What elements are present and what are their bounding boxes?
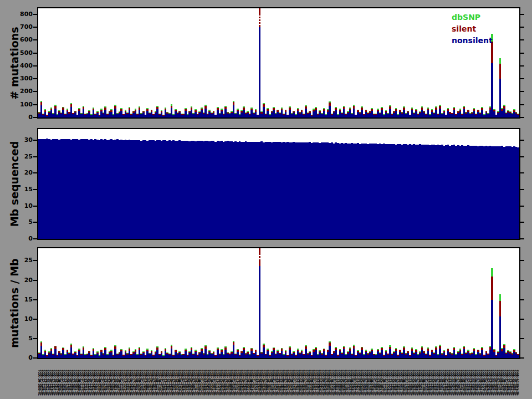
y-tick-left [33, 319, 37, 320]
bar-segment-dbsnp [499, 58, 501, 64]
y-tick-left [33, 27, 37, 28]
panel-mutation-rate: 0510152025 [37, 247, 520, 359]
panel-mutation-counts: dbSNP silent nonsilent 01002003004005006… [37, 7, 520, 119]
y-tick-left [33, 189, 37, 190]
axis-break-mark [258, 21, 261, 22]
y-tick-label: 200 [12, 88, 33, 95]
y-tick-right [520, 260, 524, 261]
legend-label-dbsnp: dbSNP [452, 13, 480, 22]
y-tick-label: 20 [12, 277, 33, 284]
y-tick-left [33, 238, 37, 239]
axis-break-mark [258, 18, 261, 19]
y-tick-label: 25 [12, 154, 33, 160]
y-tick-right [520, 299, 524, 300]
bar-segment-silent [259, 248, 260, 266]
y-tick-right [520, 338, 524, 339]
x-axis-sample-labels: TCGA-10-1000-01TCGA-11-1053-01TCGA-12-11… [38, 370, 519, 399]
bar-segment-dbsnp [499, 294, 501, 300]
y-tick-left [33, 280, 37, 281]
y-tick-right [520, 39, 524, 40]
y-tick-label: 800 [12, 11, 33, 18]
legend: dbSNP silent nonsilent [452, 12, 493, 47]
bar [517, 354, 519, 358]
sample-label: TCGA-77-4671-01 [516, 370, 519, 396]
bar [259, 248, 260, 358]
y-tick-label: 10 [12, 203, 33, 209]
bar-segment-dbsnp [491, 268, 493, 277]
y-tick-left [33, 91, 37, 92]
y-tick-label: 15 [12, 186, 33, 193]
y-tick-left [33, 172, 37, 173]
y-tick-label: 0 [12, 114, 33, 121]
y-tick-right [520, 189, 524, 190]
y-tick-right [520, 78, 524, 79]
axis-break-mark [258, 16, 261, 17]
y-tick-right [520, 280, 524, 281]
panel-mb-sequenced: 051015202530 [37, 128, 520, 240]
y-tick-right [520, 357, 524, 359]
y-axis-title-mutation-rate: mutations / Mb [8, 258, 21, 347]
y-tick-right [520, 238, 524, 239]
y-tick-right [520, 65, 524, 66]
y-tick-left [33, 156, 37, 157]
y-tick-left [33, 140, 37, 141]
y-tick-left [33, 104, 37, 105]
bar [517, 147, 519, 239]
y-tick-right [520, 53, 524, 54]
y-tick-right [520, 104, 524, 105]
y-tick-label: 10 [12, 316, 33, 323]
legend-label-nonsilent: nonsilent [452, 36, 493, 45]
bar-segment-nonsilent [259, 27, 260, 117]
y-tick-label: 5 [12, 335, 33, 342]
y-tick-right [520, 91, 524, 92]
legend-item-dbsnp: dbSNP [452, 12, 493, 23]
bar-segment-silent [491, 277, 493, 300]
y-tick-right [520, 206, 524, 207]
y-tick-right [520, 319, 524, 320]
bars-mb-sequenced [38, 129, 519, 239]
plot-area-mutation-rate: 0510152025 [38, 248, 519, 358]
bar-segment-silent [499, 301, 501, 317]
y-tick-label: 300 [12, 75, 33, 82]
y-tick-label: 0 [12, 236, 33, 242]
y-tick-label: 600 [12, 37, 33, 43]
y-tick-left [33, 260, 37, 261]
bar-segment-nonsilent [517, 115, 519, 117]
y-tick-label: 400 [12, 63, 33, 69]
axis-break-mark [258, 255, 261, 256]
bar-segment-nonsilent [517, 355, 519, 358]
y-tick-left [33, 65, 37, 66]
y-tick-right [520, 172, 524, 173]
legend-item-silent: silent [452, 23, 493, 35]
y-tick-right [520, 140, 524, 141]
y-tick-right [520, 117, 524, 118]
y-tick-right [520, 27, 524, 28]
y-tick-left [33, 53, 37, 54]
y-tick-label: 30 [12, 137, 33, 144]
y-tick-label: 100 [12, 101, 33, 108]
y-tick-left [33, 117, 37, 118]
bar [491, 268, 493, 358]
axis-break-mark [258, 24, 261, 25]
y-tick-label: 25 [12, 257, 33, 264]
legend-item-nonsilent: nonsilent [452, 35, 493, 47]
bar-segment-mb-sequenced [517, 147, 519, 239]
plot-area-mutation-counts: dbSNP silent nonsilent 01002003004005006… [38, 8, 519, 117]
bar-segment-nonsilent [259, 266, 260, 358]
bar [517, 114, 519, 117]
y-tick-label: 0 [12, 355, 33, 361]
y-tick-label: 500 [12, 50, 33, 57]
y-tick-left [33, 39, 37, 40]
bars-mutation-counts [38, 8, 519, 117]
y-tick-left [33, 299, 37, 300]
y-tick-left [33, 78, 37, 79]
y-tick-left [33, 14, 37, 15]
axis-break-mark [258, 258, 261, 259]
y-tick-label: 20 [12, 170, 33, 176]
y-tick-label: 15 [12, 296, 33, 303]
y-tick-label: 5 [12, 219, 33, 226]
legend-label-silent: silent [452, 24, 476, 33]
y-tick-left [33, 222, 37, 223]
y-tick-left [33, 357, 37, 359]
plot-area-mb-sequenced: 051015202530 [38, 129, 519, 239]
